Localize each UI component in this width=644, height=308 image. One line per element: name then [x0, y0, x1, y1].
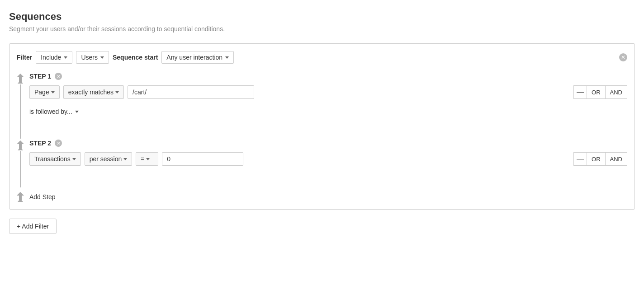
step-1-and-button[interactable]: AND — [606, 85, 627, 99]
svg-marker-3 — [18, 147, 23, 150]
step-2-connector — [17, 140, 24, 188]
sequence-start-label: Sequence start — [113, 54, 158, 61]
step-1-operator-dropdown[interactable]: exactly matches — [63, 85, 124, 99]
step-2-and-button[interactable]: AND — [606, 152, 627, 166]
step-1-dimension-chevron-icon — [51, 91, 55, 93]
step-2-or-button[interactable]: OR — [587, 152, 606, 166]
step-2-dimension-dropdown[interactable]: Transactions — [29, 152, 81, 166]
step-1-dimension-dropdown[interactable]: Page — [29, 85, 60, 99]
step-1-connector — [17, 73, 24, 140]
step-2-vertical-line — [20, 151, 21, 187]
step-1-operator-chevron-icon — [115, 91, 119, 93]
step-2-operator-chevron-icon — [123, 158, 127, 160]
any-interaction-chevron-icon — [225, 56, 229, 59]
step-2-header: STEP 2 ✕ — [29, 140, 627, 147]
any-user-interaction-dropdown[interactable]: Any user interaction — [161, 51, 234, 64]
filter-container: Filter Include Users Sequence start Any … — [9, 43, 635, 210]
step-2-block: STEP 2 ✕ Transactions per session = — [17, 140, 627, 188]
page-subtitle: Segment your users and/or their sessions… — [9, 25, 635, 33]
add-step-arrow-icon — [17, 192, 24, 202]
step-2-minus-button[interactable]: — — [573, 152, 587, 166]
filter-close-button[interactable]: ✕ — [619, 53, 627, 61]
step-2-condition-row: Transactions per session = — OR — [29, 152, 627, 166]
step-2-label: STEP 2 — [29, 140, 51, 147]
add-step-row: Add Step — [17, 192, 627, 202]
step-2-or-and-group: — OR AND — [573, 152, 627, 166]
step-1-close-button[interactable]: ✕ — [55, 73, 62, 80]
include-chevron-icon — [64, 56, 67, 59]
filter-header: Filter Include Users Sequence start Any … — [17, 51, 627, 64]
step-2-arrow-icon — [17, 140, 24, 150]
add-filter-button[interactable]: + Add Filter — [9, 219, 57, 234]
step-1-content: STEP 1 ✕ Page exactly matches — — [29, 73, 627, 140]
step-2-close-button[interactable]: ✕ — [55, 140, 62, 147]
step-1-vertical-line — [20, 84, 21, 139]
users-dropdown[interactable]: Users — [76, 51, 109, 64]
step-2-content: STEP 2 ✕ Transactions per session = — [29, 140, 627, 188]
followed-by-dropdown[interactable]: is followed by... — [29, 106, 79, 117]
step-1-condition-row: Page exactly matches — OR AND — [29, 85, 627, 99]
followed-by-chevron-icon — [75, 111, 79, 113]
followed-by-area: is followed by... — [29, 106, 627, 117]
include-dropdown[interactable]: Include — [36, 51, 72, 64]
add-step-button[interactable]: Add Step — [29, 193, 56, 201]
filter-label: Filter — [17, 54, 32, 61]
step-1-minus-button[interactable]: — — [573, 85, 587, 99]
step-1-or-and-group: — OR AND — [573, 85, 627, 99]
step-2-operator-dropdown[interactable]: per session — [85, 152, 133, 166]
svg-marker-1 — [18, 80, 23, 84]
step-1-value-input[interactable] — [128, 85, 254, 99]
page-title: Sequences — [9, 11, 635, 23]
step-1-header: STEP 1 ✕ — [29, 73, 627, 80]
step-2-comparator-chevron-icon — [146, 158, 150, 160]
step-1-arrow-icon — [17, 74, 24, 84]
step-1-label: STEP 1 — [29, 73, 51, 80]
step-2-dimension-chevron-icon — [72, 158, 76, 160]
step-1-or-button[interactable]: OR — [587, 85, 606, 99]
steps-area: STEP 1 ✕ Page exactly matches — — [17, 73, 627, 202]
svg-marker-5 — [18, 199, 23, 202]
users-chevron-icon — [100, 56, 104, 59]
step-2-comparator-dropdown[interactable]: = — [136, 152, 158, 166]
step-2-value-input[interactable] — [162, 152, 243, 166]
step-1-block: STEP 1 ✕ Page exactly matches — — [17, 73, 627, 140]
